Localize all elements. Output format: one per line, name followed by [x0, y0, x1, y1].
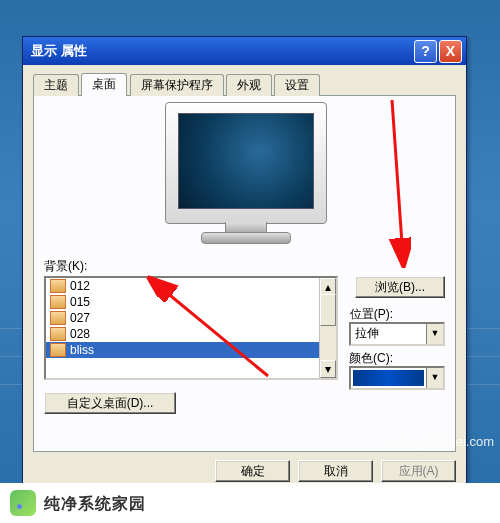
position-select[interactable]: 拉伸 ▼ [349, 322, 445, 346]
file-icon [50, 327, 66, 341]
position-value: 拉伸 [351, 324, 426, 344]
file-icon [50, 279, 66, 293]
tab-settings[interactable]: 设置 [274, 74, 320, 96]
logo-icon [10, 490, 36, 516]
tab-theme[interactable]: 主题 [33, 74, 79, 96]
scroll-track[interactable] [320, 294, 336, 362]
tab-desktop[interactable]: 桌面 [81, 73, 127, 97]
color-select[interactable]: ▼ [349, 366, 445, 390]
list-item[interactable]: 028 [46, 326, 320, 342]
ok-button[interactable]: 确定 [215, 460, 290, 482]
logo-title: 纯净系统家园 [44, 492, 146, 515]
watermark-text: www.yidaimei.com [387, 434, 494, 449]
preview-monitor [161, 102, 329, 252]
tab-appearance[interactable]: 外观 [226, 74, 272, 96]
list-item[interactable]: 027 [46, 310, 320, 326]
scroll-thumb[interactable] [320, 294, 336, 326]
list-item-selected[interactable]: bliss [46, 342, 320, 358]
browse-button[interactable]: 浏览(B)... [355, 276, 445, 298]
color-label: 颜色(C): [349, 350, 393, 367]
color-swatch [353, 370, 424, 386]
tabstrip: 主题 桌面 屏幕保护程序 外观 设置 [33, 73, 456, 96]
file-icon [50, 311, 66, 325]
tabpane-desktop: 背景(K): 012 015 027 028 bliss ▴ ▾ 浏览(B [33, 96, 456, 452]
chevron-down-icon[interactable]: ▼ [426, 324, 443, 344]
apply-button[interactable]: 应用(A) [381, 460, 456, 482]
chevron-down-icon[interactable]: ▼ [426, 368, 443, 388]
help-button[interactable]: ? [414, 40, 437, 63]
titlebar[interactable]: 显示 属性 ? X [23, 37, 466, 65]
list-item[interactable]: 015 [46, 294, 320, 310]
scrollbar[interactable]: ▴ ▾ [319, 278, 336, 378]
file-icon [50, 343, 66, 357]
background-listbox[interactable]: 012 015 027 028 bliss ▴ ▾ [44, 276, 338, 380]
customize-desktop-button[interactable]: 自定义桌面(D)... [44, 392, 176, 414]
list-item[interactable]: 012 [46, 278, 320, 294]
file-icon [50, 295, 66, 309]
tab-screensaver[interactable]: 屏幕保护程序 [130, 74, 224, 96]
display-properties-dialog: 显示 属性 ? X 主题 桌面 屏幕保护程序 外观 设置 背景(K): 012 … [22, 36, 467, 492]
background-label: 背景(K): [44, 258, 87, 275]
logo-strip: 纯净系统家园 [0, 483, 500, 523]
cancel-button[interactable]: 取消 [298, 460, 373, 482]
window-title: 显示 属性 [31, 42, 412, 60]
scroll-down-button[interactable]: ▾ [320, 360, 336, 378]
close-button[interactable]: X [439, 40, 462, 63]
position-label: 位置(P): [350, 306, 393, 323]
preview-screen [178, 113, 314, 209]
